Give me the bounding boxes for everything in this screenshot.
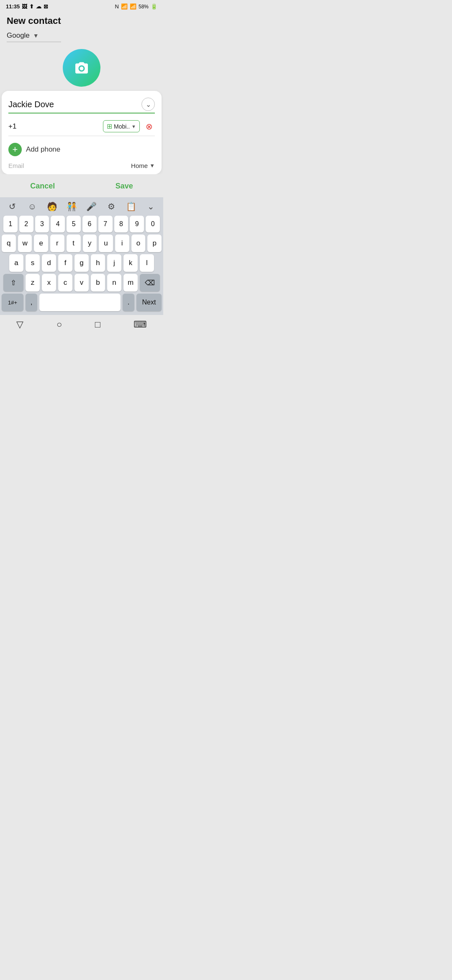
battery-level: 58% — [139, 4, 149, 10]
account-caret-icon: ▼ — [33, 32, 39, 39]
key-u[interactable]: u — [99, 235, 113, 252]
phone-type-selector[interactable]: ⊞ Mobi.. ▼ — [103, 120, 140, 132]
photo-icon: 🖼 — [22, 3, 27, 10]
key-f[interactable]: f — [58, 254, 72, 272]
clipboard-icon[interactable]: 📋 — [122, 200, 140, 213]
home-nav-button[interactable]: ○ — [56, 319, 62, 330]
home-circle-icon: ○ — [56, 319, 62, 330]
avatar-area — [0, 42, 163, 91]
key-n[interactable]: n — [107, 274, 121, 291]
collapse-keyboard-icon[interactable]: ⌄ — [142, 200, 160, 213]
rotate-icon[interactable]: ↺ — [3, 200, 21, 213]
keyboard: ↺ ☺ 🧑 🧑‍🤝‍🧑 🎤 ⚙ 📋 ⌄ 1 2 3 4 5 6 7 8 9 0 … — [0, 197, 163, 315]
key-h[interactable]: h — [91, 254, 105, 272]
status-right-area: N 📶 📶 58% 🔋 — [115, 3, 157, 10]
key-y[interactable]: y — [83, 235, 97, 252]
key-v[interactable]: v — [74, 274, 89, 291]
settings-icon[interactable]: ⚙ — [102, 200, 120, 213]
period-key[interactable]: . — [123, 294, 134, 311]
zxcv-row: ⇧ z x c v b n m ⌫ — [2, 274, 162, 291]
time-display: 11:35 — [6, 3, 20, 10]
broken-icon: ⊠ — [44, 3, 48, 10]
key-s[interactable]: s — [26, 254, 40, 272]
key-p[interactable]: p — [147, 235, 162, 252]
next-key[interactable]: Next — [136, 294, 162, 311]
add-phone-button[interactable]: + — [8, 143, 22, 156]
recents-nav-button[interactable]: □ — [95, 319, 100, 330]
email-type-caret-icon: ▼ — [149, 162, 155, 169]
key-8[interactable]: 8 — [114, 216, 128, 232]
key-7[interactable]: 7 — [98, 216, 113, 232]
key-6[interactable]: 6 — [82, 216, 97, 232]
cancel-button[interactable]: Cancel — [13, 179, 72, 193]
key-w[interactable]: w — [18, 235, 32, 252]
phone-grid-icon: ⊞ — [107, 122, 112, 130]
key-j[interactable]: j — [107, 254, 121, 272]
phone-type-caret-icon: ▼ — [131, 124, 136, 129]
recents-square-icon: □ — [95, 319, 100, 330]
sticker-icon[interactable]: 🧑 — [43, 200, 61, 213]
key-i[interactable]: i — [115, 235, 129, 252]
phone-type-label: Mobi.. — [114, 123, 130, 130]
add-photo-button[interactable] — [63, 49, 100, 87]
clear-phone-button[interactable]: ⊗ — [143, 121, 155, 132]
key-a[interactable]: a — [9, 254, 23, 272]
number-row: 1 2 3 4 5 6 7 8 9 0 — [2, 216, 162, 232]
key-x[interactable]: x — [42, 274, 56, 291]
shift-key[interactable]: ⇧ — [3, 274, 23, 291]
save-button[interactable]: Save — [99, 179, 150, 193]
email-row: Email Home ▼ — [8, 160, 155, 169]
signal-icon: 📶 — [130, 3, 136, 10]
upload-icon: ⬆ — [29, 3, 34, 10]
wifi-icon: 📶 — [121, 3, 128, 10]
backspace-key[interactable]: ⌫ — [140, 274, 160, 291]
key-0[interactable]: 0 — [146, 216, 160, 232]
space-key[interactable] — [39, 294, 121, 311]
mic-icon[interactable]: 🎤 — [82, 200, 100, 213]
key-o[interactable]: o — [131, 235, 146, 252]
email-type-selector[interactable]: Home ▼ — [131, 162, 155, 169]
key-k[interactable]: k — [123, 254, 138, 272]
phone-input[interactable] — [8, 122, 100, 131]
plus-icon: + — [13, 144, 18, 155]
add-phone-label: Add phone — [26, 145, 60, 154]
phone-row: ⊞ Mobi.. ▼ ⊗ — [8, 120, 155, 136]
keyboard-nav-button[interactable]: ⌨ — [134, 319, 147, 330]
key-z[interactable]: z — [26, 274, 40, 291]
key-4[interactable]: 4 — [51, 216, 65, 232]
account-selector[interactable]: Google ▼ — [0, 29, 163, 41]
key-rows: 1 2 3 4 5 6 7 8 9 0 q w e r t y u i o p … — [0, 215, 163, 315]
key-l[interactable]: l — [140, 254, 154, 272]
key-m[interactable]: m — [123, 274, 138, 291]
key-c[interactable]: c — [58, 274, 72, 291]
name-input[interactable] — [8, 100, 141, 109]
gif-icon[interactable]: 🧑‍🤝‍🧑 — [63, 200, 81, 213]
close-circle-icon: ⊗ — [146, 121, 153, 132]
key-b[interactable]: b — [91, 274, 105, 291]
back-nav-button[interactable]: ▽ — [16, 319, 23, 330]
symbols-key[interactable]: 1#+ — [2, 294, 23, 311]
key-9[interactable]: 9 — [130, 216, 144, 232]
chevron-down-icon: ⌄ — [146, 101, 151, 108]
key-r[interactable]: r — [50, 235, 64, 252]
keyboard-icon: ⌨ — [134, 319, 147, 330]
asdf-row: a s d f g h j k l — [2, 254, 162, 272]
key-e[interactable]: e — [34, 235, 48, 252]
keyboard-toolbar: ↺ ☺ 🧑 🧑‍🤝‍🧑 🎤 ⚙ 📋 ⌄ — [0, 197, 163, 215]
key-3[interactable]: 3 — [35, 216, 49, 232]
key-5[interactable]: 5 — [67, 216, 81, 232]
form-card: ⌄ ⊞ Mobi.. ▼ ⊗ + Add phone Email Home ▼ — [2, 91, 162, 174]
status-bar: 11:35 🖼 ⬆ ☁ ⊠ N 📶 📶 58% 🔋 — [0, 0, 163, 11]
key-q[interactable]: q — [2, 235, 16, 252]
qwerty-row: q w e r t y u i o p — [2, 235, 162, 252]
expand-button[interactable]: ⌄ — [141, 98, 155, 111]
key-1[interactable]: 1 — [3, 216, 18, 232]
comma-key[interactable]: , — [26, 294, 37, 311]
key-d[interactable]: d — [42, 254, 56, 272]
emoji-icon[interactable]: ☺ — [23, 200, 41, 213]
page-title: New contact — [0, 11, 163, 29]
key-g[interactable]: g — [74, 254, 89, 272]
bottom-actions: Cancel Save — [0, 174, 163, 197]
key-t[interactable]: t — [67, 235, 81, 252]
key-2[interactable]: 2 — [19, 216, 33, 232]
